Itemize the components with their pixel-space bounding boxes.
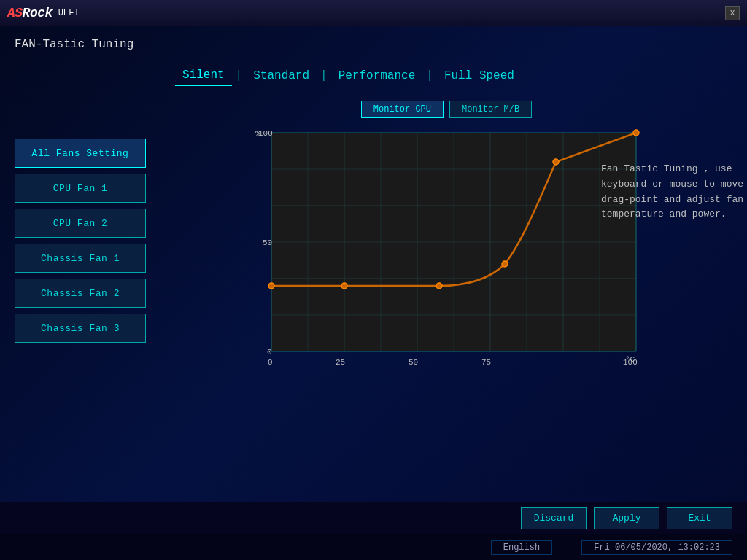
svg-text:75: 75	[481, 358, 491, 367]
svg-text:50: 50	[409, 358, 418, 367]
svg-text:50: 50	[263, 238, 272, 247]
datetime-display: Fri 06/05/2020, 13:02:23	[581, 540, 732, 555]
sidebar-item-chassis-fan-2[interactable]: Chassis Fan 2	[15, 279, 146, 308]
content-area: All Fans Setting CPU Fan 1 CPU Fan 2 Cha…	[15, 66, 732, 489]
svg-point-31	[436, 283, 442, 289]
sidebar-item-chassis-fan-3[interactable]: Chassis Fan 3	[15, 314, 146, 343]
tab-sep-3: |	[426, 69, 433, 82]
svg-point-29	[268, 283, 274, 289]
svg-text:°C: °C	[625, 355, 635, 364]
sidebar: All Fans Setting CPU Fan 1 CPU Fan 2 Cha…	[15, 66, 146, 489]
tab-silent[interactable]: Silent	[175, 66, 232, 86]
svg-text:0: 0	[268, 358, 273, 367]
svg-text:100: 100	[258, 129, 273, 138]
tab-standard[interactable]: Standard	[246, 66, 317, 85]
svg-point-33	[553, 159, 559, 165]
sidebar-item-cpu-fan-1[interactable]: CPU Fan 1	[15, 174, 146, 203]
monitor-buttons-row: Monitor CPU Monitor M/B	[160, 101, 732, 118]
svg-text:25: 25	[336, 358, 345, 367]
topbar: ASRock UEFI X	[0, 0, 747, 26]
svg-point-30	[341, 283, 347, 289]
svg-text:0: 0	[267, 348, 272, 357]
toolbar: Discard Apply Exit	[0, 502, 747, 534]
exit-button[interactable]: Exit	[667, 508, 732, 529]
svg-point-32	[502, 261, 508, 267]
description-text: Fan Tastic Tuning , use keyboard or mous…	[601, 162, 747, 222]
sidebar-item-chassis-fan-1[interactable]: Chassis Fan 1	[15, 244, 146, 273]
monitor-mb-button[interactable]: Monitor M/B	[449, 101, 532, 118]
close-button[interactable]: X	[725, 6, 740, 20]
language-selector[interactable]: English	[491, 540, 552, 555]
chart-area: Silent | Standard | Performance | Full S…	[160, 66, 732, 489]
apply-button[interactable]: Apply	[594, 508, 659, 529]
svg-point-34	[633, 130, 639, 136]
tab-sep-2: |	[320, 69, 328, 82]
logo-rock-text: Rock	[23, 6, 53, 20]
graph-container: % 100 50 0 0 25 50 75 100 °C	[160, 125, 732, 489]
monitor-cpu-button[interactable]: Monitor CPU	[361, 101, 444, 118]
sidebar-item-cpu-fan-2[interactable]: CPU Fan 2	[15, 209, 146, 238]
tab-fullspeed[interactable]: Full Speed	[437, 66, 522, 85]
main-content: FAN-Tastic Tuning All Fans Setting CPU F…	[0, 26, 747, 502]
page-title: FAN-Tastic Tuning	[15, 38, 732, 51]
logo-as-text: AS	[7, 6, 23, 20]
tabs-row: Silent | Standard | Performance | Full S…	[160, 66, 732, 86]
asrock-logo: ASRock	[7, 6, 53, 20]
discard-button[interactable]: Discard	[521, 508, 587, 529]
logo-uefi-text: UEFI	[58, 8, 80, 18]
tab-performance[interactable]: Performance	[331, 66, 423, 85]
sidebar-item-all-fans[interactable]: All Fans Setting	[15, 139, 146, 168]
tab-sep-1: |	[236, 69, 243, 82]
statusbar: English Fri 06/05/2020, 13:02:23	[0, 534, 747, 560]
logo-area: ASRock UEFI	[7, 6, 80, 20]
